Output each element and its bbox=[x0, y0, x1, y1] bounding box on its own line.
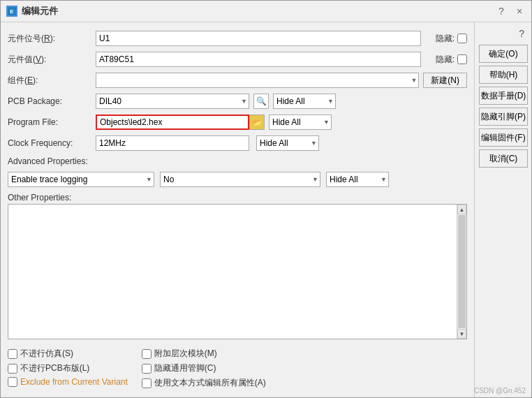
scrollbar-up-arrow-icon[interactable]: ▲ bbox=[457, 205, 466, 214]
scrollbar-thumb bbox=[458, 215, 466, 328]
right-panel: ? 确定(O) 帮助(H) 数据手册(D) 隐藏引脚(P) 编辑固件(F) 取消… bbox=[474, 22, 531, 397]
part-value-input[interactable] bbox=[96, 52, 421, 67]
pcb-hide-all-select[interactable]: Hide All Show All bbox=[273, 94, 336, 109]
pcb-search-button[interactable]: 🔍 bbox=[253, 94, 269, 109]
part-ref-hidden-checkbox[interactable] bbox=[457, 34, 467, 43]
other-props-scrollbar[interactable]: ▲ ▼ bbox=[457, 205, 466, 339]
clock-freq-row: Clock Frequency: Hide All Show All ▼ bbox=[8, 135, 467, 151]
program-file-row: Program File: 📂 Hide All Show All ▼ bbox=[8, 115, 467, 130]
group-label: 组件(E): bbox=[8, 75, 91, 87]
svg-text:E: E bbox=[10, 8, 14, 15]
hide-pins-button[interactable]: 隐藏引脚(P) bbox=[479, 108, 528, 126]
group-row: 组件(E): ▼ 新建(N) bbox=[8, 73, 467, 88]
right-checkboxes: 附加层次模块(M) 隐藏通用管脚(C) 使用文本方式编辑所有属性(A) bbox=[142, 348, 266, 389]
help-button[interactable]: 帮助(H) bbox=[479, 66, 528, 84]
part-ref-input[interactable] bbox=[96, 31, 421, 46]
hide-common-pins-checkbox[interactable] bbox=[142, 364, 152, 374]
other-props-section: Other Properties: ▲ ▼ bbox=[8, 193, 467, 339]
exclude-variant-label: Exclude from Current Variant bbox=[20, 377, 128, 387]
part-value-hidden-checkbox[interactable] bbox=[457, 54, 467, 64]
no-pcb-checkbox-item: 不进行PCB布版(L) bbox=[8, 362, 128, 374]
title-bar-right: ? × bbox=[495, 5, 526, 17]
pcb-package-select-wrap: DIL40 ▼ bbox=[96, 94, 249, 109]
help-title-button[interactable]: ? bbox=[495, 5, 508, 17]
no-sim-checkbox[interactable] bbox=[8, 349, 17, 359]
program-file-browse-button[interactable]: 📂 bbox=[249, 115, 265, 130]
pcb-package-select[interactable]: DIL40 bbox=[96, 94, 249, 109]
add-hierarchy-checkbox-item: 附加层次模块(M) bbox=[142, 348, 266, 360]
part-value-hidden-area: 隐藏: bbox=[425, 54, 467, 66]
trace-logging-prop-select[interactable]: Enable trace logging bbox=[8, 172, 154, 187]
pcb-package-row: PCB Package: DIL40 ▼ 🔍 Hide All Show All… bbox=[8, 94, 467, 109]
edit-firmware-button[interactable]: 编辑固件(F) bbox=[479, 128, 528, 147]
trace-logging-hide-all-wrap: Hide All Show All ▼ bbox=[326, 172, 389, 187]
pcb-package-label: PCB Package: bbox=[8, 96, 91, 106]
hide-pins-label: 隐藏通用管脚(C) bbox=[154, 362, 216, 374]
program-file-label: Program File: bbox=[8, 117, 91, 127]
add-hierarchy-label: 附加层次模块(M) bbox=[154, 348, 217, 360]
group-select[interactable] bbox=[96, 73, 419, 88]
pcb-hide-all-wrap: Hide All Show All ▼ bbox=[273, 94, 336, 109]
part-value-row: 元件值(V): 隐藏: bbox=[8, 52, 467, 67]
part-ref-hidden-label: 隐藏: bbox=[436, 33, 455, 45]
dialog-body: 元件位号(R): 隐藏: 元件值(V): 隐藏: bbox=[1, 22, 531, 397]
add-hierarchy-checkbox[interactable] bbox=[142, 349, 152, 359]
confirm-button[interactable]: 确定(O) bbox=[479, 45, 528, 63]
trace-logging-prop-wrap: Enable trace logging ▼ bbox=[8, 172, 154, 187]
clock-freq-hide-all-wrap: Hide All Show All ▼ bbox=[256, 135, 319, 151]
use-text-checkbox-item: 使用文本方式编辑所有属性(A) bbox=[142, 377, 266, 389]
hide-pins-checkbox-item: 隐藏通用管脚(C) bbox=[142, 362, 266, 374]
part-ref-row: 元件位号(R): 隐藏: bbox=[8, 31, 467, 46]
edit-component-dialog: E 编辑元件 ? × 元件位号(R): 隐藏: bbox=[0, 0, 532, 398]
part-ref-label: 元件位号(R): bbox=[8, 33, 91, 45]
no-pcb-label: 不进行PCB布版(L) bbox=[20, 362, 89, 374]
program-file-input[interactable] bbox=[96, 115, 249, 130]
help-question-icon[interactable]: ? bbox=[516, 28, 527, 39]
exclude-variant-checkbox[interactable] bbox=[8, 377, 17, 387]
clock-freq-input[interactable] bbox=[96, 135, 249, 151]
group-select-wrap: ▼ bbox=[96, 73, 419, 88]
main-content: 元件位号(R): 隐藏: 元件值(V): 隐藏: bbox=[1, 22, 474, 397]
folder-icon: 📂 bbox=[253, 119, 261, 126]
part-ref-hidden-area: 隐藏: bbox=[425, 33, 467, 45]
exclude-variant-checkbox-item: Exclude from Current Variant bbox=[8, 377, 128, 387]
new-group-button[interactable]: 新建(N) bbox=[423, 73, 467, 88]
datasheet-button[interactable]: 数据手册(D) bbox=[479, 87, 528, 105]
bottom-checkboxes-area: 不进行仿真(S) 不进行PCB布版(L) Exclude from Curren… bbox=[8, 345, 467, 389]
watermark-text: CSDN @Gn.452 bbox=[474, 387, 526, 395]
clock-freq-label: Clock Frequency: bbox=[8, 138, 91, 148]
other-props-textarea[interactable] bbox=[8, 205, 457, 339]
dialog-title: 编辑元件 bbox=[22, 5, 58, 17]
no-pcb-checkbox[interactable] bbox=[8, 364, 17, 374]
program-file-hide-all-wrap: Hide All Show All ▼ bbox=[269, 115, 332, 130]
scrollbar-down-arrow-icon[interactable]: ▼ bbox=[457, 329, 466, 339]
clock-freq-hide-all-select[interactable]: Hide All Show All bbox=[256, 135, 319, 151]
trace-logging-val-wrap: No Yes ▼ bbox=[160, 172, 320, 187]
no-sim-checkbox-item: 不进行仿真(S) bbox=[8, 348, 128, 360]
program-file-input-wrap: 📂 bbox=[96, 115, 265, 130]
no-sim-label: 不进行仿真(S) bbox=[20, 348, 73, 360]
dialog-icon: E bbox=[6, 6, 17, 17]
close-title-button[interactable]: × bbox=[513, 5, 526, 17]
part-value-label: 元件值(V): bbox=[8, 54, 91, 66]
cancel-button[interactable]: 取消(C) bbox=[479, 149, 528, 168]
title-bar-left: E 编辑元件 bbox=[6, 5, 58, 17]
advanced-props-label: Advanced Properties: bbox=[8, 156, 88, 166]
left-checkboxes: 不进行仿真(S) 不进行PCB布版(L) Exclude from Curren… bbox=[8, 348, 128, 389]
other-props-textarea-wrap: ▲ ▼ bbox=[8, 204, 467, 339]
program-file-hide-all-select[interactable]: Hide All Show All bbox=[269, 115, 332, 130]
trace-logging-row: Enable trace logging ▼ No Yes ▼ Hide All… bbox=[8, 172, 467, 187]
trace-logging-val-select[interactable]: No Yes bbox=[160, 172, 320, 187]
trace-logging-hide-all-select[interactable]: Hide All Show All bbox=[326, 172, 389, 187]
help-icon-area: ? bbox=[479, 28, 527, 39]
part-value-hidden-label: 隐藏: bbox=[436, 54, 455, 66]
use-text-label: 使用文本方式编辑所有属性(A) bbox=[154, 377, 266, 389]
other-props-label: Other Properties: bbox=[8, 193, 467, 202]
use-text-checkbox[interactable] bbox=[142, 378, 152, 388]
title-bar: E 编辑元件 ? × bbox=[1, 1, 531, 22]
advanced-props-label-row: Advanced Properties: bbox=[8, 156, 467, 166]
search-icon: 🔍 bbox=[256, 96, 267, 106]
